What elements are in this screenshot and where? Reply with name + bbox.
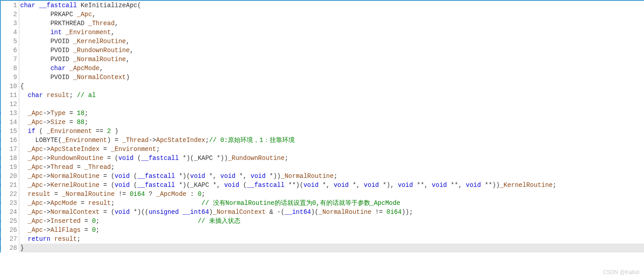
code-line: result = _NormalRoutine != 0i64 ? _ApcMo… xyxy=(20,190,644,199)
code-line: { xyxy=(20,82,644,91)
code-line xyxy=(20,100,644,109)
line-number: 20 xyxy=(1,172,19,181)
line-gutter: 1234567891011121314151617181920212223242… xyxy=(0,1,19,252)
line-number: 25 xyxy=(1,217,19,226)
line-number: 5 xyxy=(1,37,19,46)
line-number: 22 xyxy=(1,190,19,199)
code-line: _Apc->NormalRoutine = (void (__fastcall … xyxy=(20,172,644,181)
line-number: 26 xyxy=(1,226,19,235)
code-line: PRKTHREAD _Thread, xyxy=(20,19,644,28)
code-line: } xyxy=(20,244,644,252)
code-line: if ( _Environment == 2 ) xyxy=(20,127,644,136)
code-line: _Apc->NormalContext = (void *)((unsigned… xyxy=(20,208,644,217)
line-number: 9 xyxy=(1,73,19,82)
code-line: PVOID _NormalRoutine, xyxy=(20,55,644,64)
line-number: 23 xyxy=(1,199,19,208)
line-number: 16 xyxy=(1,136,19,145)
code-line: _Apc->Size = 88; xyxy=(20,118,644,127)
code-line: PVOID _RundownRoutine, xyxy=(20,46,644,55)
line-number: 27 xyxy=(1,235,19,244)
code-area[interactable]: char __fastcall KeInitializeApc( PRKAPC … xyxy=(19,1,644,252)
code-line: _Apc->ApcStateIndex = _Environment; xyxy=(20,145,644,154)
code-line: return result; xyxy=(20,235,644,244)
line-number: 21 xyxy=(1,181,19,190)
code-line: char __fastcall KeInitializeApc( xyxy=(20,1,644,10)
code-line: _Apc->AllFlags = 0; xyxy=(20,226,644,235)
line-number: 18 xyxy=(1,154,19,163)
code-line: _Apc->Type = 18; xyxy=(20,109,644,118)
code-line: _Apc->RundownRoutine = (void (__fastcall… xyxy=(20,154,644,163)
line-number: 8 xyxy=(1,64,19,73)
line-number: 6 xyxy=(1,46,19,55)
line-number: 19 xyxy=(1,163,19,172)
code-editor[interactable]: 1234567891011121314151617181920212223242… xyxy=(0,0,644,252)
code-line: _Apc->ApcMode = result; // 没有NormalRouti… xyxy=(20,199,644,208)
line-number: 3 xyxy=(1,19,19,28)
code-line: char result; // al xyxy=(20,91,644,100)
line-number: 1 xyxy=(1,1,19,10)
line-number: 10 xyxy=(1,82,19,91)
code-line: _Apc->KernelRoutine = (void (__fastcall … xyxy=(20,181,644,190)
code-line: PVOID _NormalContext) xyxy=(20,73,644,82)
line-number: 28 xyxy=(1,244,19,252)
code-line: LOBYTE(_Environment) = _Thread->ApcState… xyxy=(20,136,644,145)
code-line: int _Environment, xyxy=(20,28,644,37)
line-number: 13 xyxy=(1,109,19,118)
line-number: 15 xyxy=(1,127,19,136)
code-line: PVOID _KernelRoutine, xyxy=(20,37,644,46)
code-line: _Apc->Thread = _Thread; xyxy=(20,163,644,172)
line-number: 7 xyxy=(1,55,19,64)
code-line: _Apc->Inserted = 0; // 未插入状态 xyxy=(20,217,644,226)
line-number: 17 xyxy=(1,145,19,154)
code-line: PRKAPC _Apc, xyxy=(20,10,644,19)
line-number: 24 xyxy=(1,208,19,217)
line-number: 4 xyxy=(1,28,19,37)
watermark: CSDN @Kalisti xyxy=(603,269,640,275)
line-number: 11 xyxy=(1,91,19,100)
line-number: 12 xyxy=(1,100,19,109)
line-number: 2 xyxy=(1,10,19,19)
line-number: 14 xyxy=(1,118,19,127)
code-line: char _ApcMode, xyxy=(20,64,644,73)
